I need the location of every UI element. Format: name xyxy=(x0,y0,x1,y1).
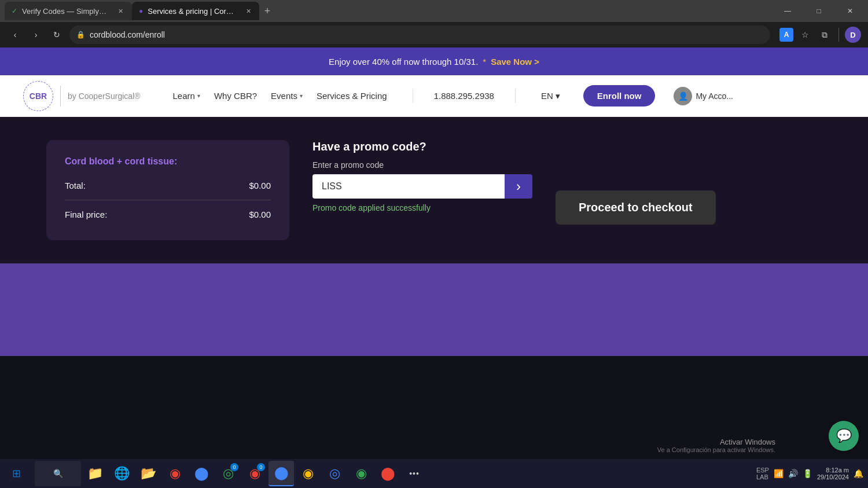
lang-selector[interactable]: EN ▾ xyxy=(536,89,565,104)
chrome7-icon: ◉ xyxy=(356,466,367,481)
chat-button[interactable]: 💬 xyxy=(829,421,859,451)
taskbar-app-chrome-4[interactable]: ◉ 0 xyxy=(242,461,267,486)
browser-chrome: ✓ Verify Codes — SimplyCodes ✕ ● Service… xyxy=(0,0,868,47)
start-icon: ⊞ xyxy=(12,467,21,480)
nav-link-learn[interactable]: Learn ▾ xyxy=(168,89,205,103)
nav-link-why-cbr[interactable]: Why CBR? xyxy=(209,89,262,103)
tab-verify-codes[interactable]: ✓ Verify Codes — SimplyCodes ✕ xyxy=(5,2,132,20)
taskbar-app-chrome-2[interactable]: ⬤ xyxy=(189,461,214,486)
activate-windows-notice: Activar Windows Ve a Configuración para … xyxy=(657,438,775,453)
account-avatar-icon: 👤 xyxy=(674,87,692,105)
taskbar-app-explorer[interactable]: 📂 xyxy=(135,461,161,486)
explorer-icon: 📂 xyxy=(141,466,156,481)
nav-divider2 xyxy=(515,89,516,103)
maximize-button[interactable]: □ xyxy=(806,2,832,20)
minimize-button[interactable]: — xyxy=(774,2,801,20)
address-bar: ‹ › ↻ 🔒 cordblood.com/enroll A ☆ ⧉ D xyxy=(0,22,868,47)
taskbar-app-chrome-6[interactable]: ◎ xyxy=(322,461,347,486)
refresh-button[interactable]: ↻ xyxy=(49,27,65,43)
profile-icon[interactable]: D xyxy=(845,27,861,43)
new-tab-button[interactable]: + xyxy=(259,3,275,19)
taskbar: ⊞ 🔍 📁 🌐 📂 ◉ ⬤ ◎ 0 ◉ 0 xyxy=(0,459,868,488)
nav-link-services[interactable]: Services & Pricing xyxy=(312,89,392,103)
main-content: Cord blood + cord tissue: Total: $0.00 F… xyxy=(0,117,868,263)
start-button[interactable]: ⊞ xyxy=(5,462,28,485)
logo-area: CBR by CooperSurgical® xyxy=(23,81,141,111)
promo-banner: Enjoy over 40% off now through 10/31. * … xyxy=(0,47,868,75)
events-chevron-icon: ▾ xyxy=(300,93,303,99)
taskbar-app-dots[interactable]: ••• xyxy=(402,461,427,486)
enroll-now-button[interactable]: Enroll now xyxy=(583,85,656,107)
chrome5-icon: ◉ xyxy=(303,466,314,481)
url-text: cordblood.com/enroll xyxy=(90,30,165,39)
taskbar-app-chrome-7[interactable]: ◉ xyxy=(348,461,374,486)
volume-icon[interactable]: 🔊 xyxy=(788,469,798,478)
promo-asterisk: * xyxy=(483,57,486,67)
toolbar-divider xyxy=(838,28,839,42)
promo-code-input[interactable] xyxy=(312,174,505,199)
wifi-icon[interactable]: 📶 xyxy=(774,469,784,478)
battery-icon[interactable]: 🔋 xyxy=(803,469,812,478)
title-bar: ✓ Verify Codes — SimplyCodes ✕ ● Service… xyxy=(0,0,868,22)
promo-code-title: Have a promo code? xyxy=(312,140,532,153)
save-now-link[interactable]: Save Now > xyxy=(491,57,539,67)
edge-icon: 🌐 xyxy=(114,466,130,481)
footer-area xyxy=(0,263,868,356)
price-divider xyxy=(65,200,271,200)
chrome6-icon: ◎ xyxy=(329,466,340,481)
chrome2-icon: ⬤ xyxy=(194,466,209,481)
tab-cord-blood[interactable]: ● Services & pricing | Cord Blood... ✕ xyxy=(132,2,259,20)
notification-icon[interactable]: 🔔 xyxy=(854,469,863,478)
nav-divider xyxy=(413,89,413,103)
tab2-favicon: ● xyxy=(139,7,143,15)
promo-code-section: Have a promo code? Enter a promo code › … xyxy=(312,140,532,212)
lang-label: ESP LAB xyxy=(756,467,769,480)
back-button[interactable]: ‹ xyxy=(7,27,23,43)
tab2-close-icon[interactable]: ✕ xyxy=(245,6,252,16)
proceed-to-checkout-button[interactable]: Proceed to checkout xyxy=(556,190,716,225)
nav-link-events[interactable]: Events ▾ xyxy=(266,89,307,103)
my-account-area[interactable]: 👤 My Acco... xyxy=(674,87,733,105)
promo-text: Enjoy over 40% off now through 10/31. xyxy=(329,57,478,67)
learn-chevron-icon: ▾ xyxy=(197,93,200,99)
nav-links: Learn ▾ Why CBR? Events ▾ Services & Pri… xyxy=(168,89,392,103)
final-price-label: Final price: xyxy=(65,210,107,219)
logo-divider xyxy=(60,86,61,107)
cbr-logo: CBR xyxy=(23,81,53,111)
promo-code-label: Enter a promo code xyxy=(312,160,532,170)
taskbar-badge-4: 0 xyxy=(257,463,265,471)
taskbar-app-edge[interactable]: 🌐 xyxy=(109,461,134,486)
extensions-icon[interactable]: ⧉ xyxy=(816,27,833,43)
card-title: Cord blood + cord tissue: xyxy=(65,156,271,167)
system-clock[interactable]: 8:12a m 29/10/2024 xyxy=(817,467,849,480)
files-icon: 📁 xyxy=(87,466,103,481)
taskbar-app-chrome-8[interactable]: ⬤ xyxy=(375,461,400,486)
taskbar-right: ESP LAB 📶 🔊 🔋 8:12a m 29/10/2024 🔔 xyxy=(756,467,863,480)
promo-input-row: › xyxy=(312,174,532,199)
close-button[interactable]: ✕ xyxy=(837,2,863,20)
page-content: Enjoy over 40% off now through 10/31. * … xyxy=(0,47,868,459)
tab1-title: Verify Codes — SimplyCodes xyxy=(22,7,110,16)
promo-success-message: Promo code applied successfully xyxy=(312,203,532,212)
lang-chevron-icon: ▾ xyxy=(556,91,560,101)
bookmark-icon[interactable]: ☆ xyxy=(797,27,813,43)
taskbar-app-chrome-3[interactable]: ◎ 0 xyxy=(215,461,241,486)
toolbar-icons: A ☆ ⧉ D xyxy=(779,27,861,43)
taskbar-app-search[interactable]: 🔍 xyxy=(35,461,81,486)
taskbar-app-chrome-5[interactable]: ◉ xyxy=(295,461,321,486)
translate-icon[interactable]: A xyxy=(779,28,793,42)
chrome-active-icon: ⬤ xyxy=(274,465,289,480)
search-icon: 🔍 xyxy=(53,469,63,478)
url-bar[interactable]: 🔒 cordblood.com/enroll xyxy=(69,25,770,44)
tab1-favicon: ✓ xyxy=(12,7,17,15)
navbar: CBR by CooperSurgical® Learn ▾ Why CBR? … xyxy=(0,75,868,117)
tab1-close-icon[interactable]: ✕ xyxy=(117,6,125,16)
taskbar-app-chrome-active[interactable]: ⬤ xyxy=(269,461,294,486)
taskbar-app-chrome-1[interactable]: ◉ xyxy=(162,461,187,486)
tabs-row: ✓ Verify Codes — SimplyCodes ✕ ● Service… xyxy=(5,2,275,20)
forward-button[interactable]: › xyxy=(28,27,44,43)
chrome8-icon: ⬤ xyxy=(381,466,395,481)
promo-submit-button[interactable]: › xyxy=(505,174,532,199)
taskbar-app-files[interactable]: 📁 xyxy=(82,461,108,486)
total-label: Total: xyxy=(65,181,86,190)
